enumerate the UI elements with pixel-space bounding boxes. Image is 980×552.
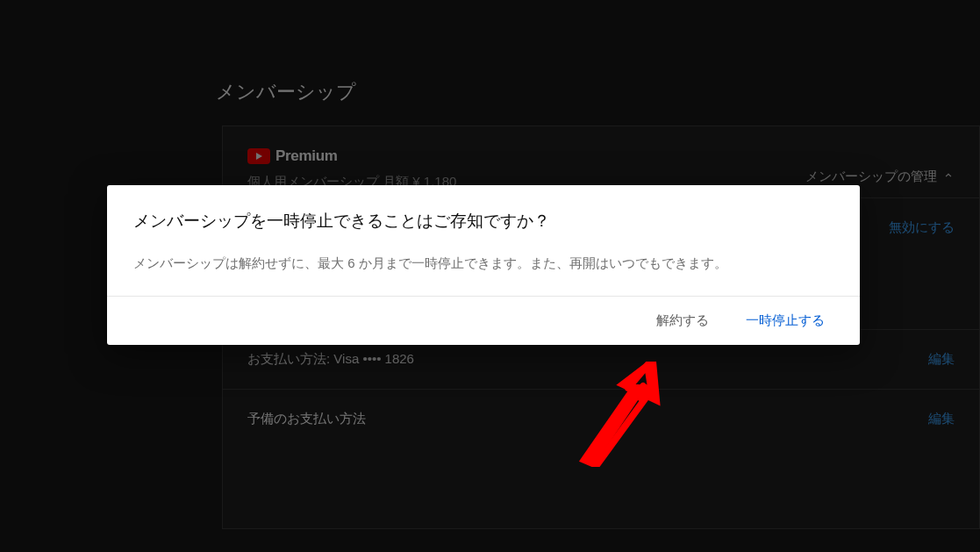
dialog-body-text: メンバーシップは解約せずに、最大 6 か月まで一時停止できます。また、再開はいつ… <box>133 252 833 275</box>
dialog-actions: 解約する 一時停止する <box>107 296 860 345</box>
cancel-button[interactable]: 解約する <box>656 312 709 329</box>
dialog-title: メンバーシップを一時停止できることはご存知ですか？ <box>133 210 833 233</box>
pause-button[interactable]: 一時停止する <box>746 312 835 329</box>
pause-membership-dialog: メンバーシップを一時停止できることはご存知ですか？ メンバーシップは解約せずに、… <box>107 185 860 345</box>
